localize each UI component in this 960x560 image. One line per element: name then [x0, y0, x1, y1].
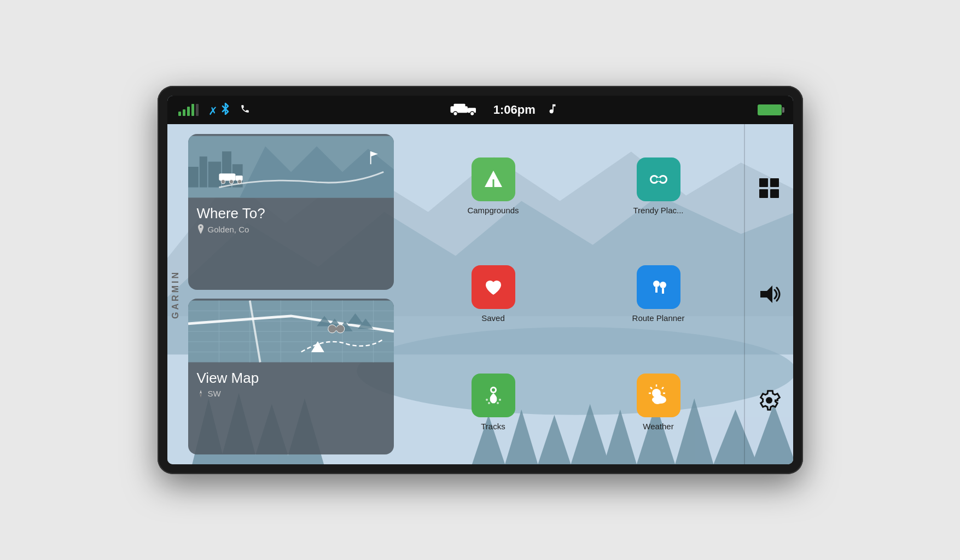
garmin-label: GARMIN: [167, 124, 184, 464]
svg-point-64: [651, 177, 657, 182]
status-right: [758, 104, 782, 115]
svg-line-82: [650, 387, 652, 389]
status-bar: ✗: [167, 96, 793, 124]
battery-icon: [758, 104, 782, 115]
apps-grid: Campgrounds: [403, 124, 744, 464]
svg-rect-66: [657, 178, 660, 181]
svg-rect-29: [219, 173, 235, 180]
svg-point-75: [497, 402, 499, 404]
garmin-device: ✗: [158, 86, 803, 474]
signal-bar-1: [178, 112, 181, 116]
compass-arrow-icon: [197, 390, 205, 398]
svg-rect-88: [770, 178, 779, 187]
tracks-app[interactable]: Tracks: [414, 351, 573, 453]
right-controls: [744, 124, 793, 464]
svg-rect-68: [655, 287, 658, 293]
trendy-places-label: Trendy Plac...: [633, 206, 684, 215]
route-planner-icon: [637, 265, 680, 309]
where-to-subtitle: Golden, Co: [197, 224, 385, 234]
weather-label: Weather: [643, 422, 673, 431]
volume-button[interactable]: [753, 278, 786, 311]
trendy-places-icon: [637, 158, 680, 201]
where-to-card[interactable]: Where To? Golden, Co: [188, 134, 394, 290]
svg-rect-87: [759, 178, 768, 187]
svg-line-79: [662, 387, 664, 389]
svg-point-72: [492, 388, 495, 392]
settings-button[interactable]: [753, 384, 786, 417]
saved-icon: [472, 265, 515, 309]
status-center: 1:06pm: [450, 101, 558, 120]
music-icon: [546, 103, 558, 117]
trendy-places-app[interactable]: Trendy Plac...: [579, 135, 738, 237]
bluetooth-icon: ✗: [208, 103, 231, 118]
svg-rect-55: [334, 327, 338, 330]
device-screen: ✗: [167, 96, 793, 464]
view-map-image: [188, 299, 394, 364]
svg-point-32: [229, 180, 234, 184]
svg-point-69: [660, 282, 666, 288]
svg-point-3: [470, 112, 474, 116]
svg-point-65: [660, 177, 666, 182]
campgrounds-app[interactable]: Campgrounds: [414, 135, 573, 237]
location-pin-icon: [197, 224, 205, 234]
svg-point-73: [486, 399, 488, 401]
signal-bar-5: [196, 104, 199, 116]
gear-icon: [757, 388, 781, 412]
svg-point-31: [221, 180, 225, 184]
weather-app[interactable]: Weather: [579, 351, 738, 453]
svg-rect-4: [453, 103, 465, 108]
view-map-title: View Map: [197, 370, 385, 387]
where-to-title: Where To?: [197, 205, 385, 222]
where-to-info: Where To? Golden, Co: [188, 200, 394, 242]
view-map-card[interactable]: View Map SW: [188, 299, 394, 454]
signal-bar-2: [183, 109, 185, 116]
svg-rect-90: [770, 189, 779, 198]
svg-rect-70: [662, 288, 664, 294]
brand-name: GARMIN: [171, 270, 181, 319]
svg-point-33: [237, 180, 242, 184]
signal-bars: [178, 104, 199, 116]
svg-point-92: [766, 398, 772, 403]
svg-rect-24: [199, 156, 207, 187]
weather-icon: [637, 374, 680, 417]
grid-icon: [757, 176, 781, 200]
campgrounds-label: Campgrounds: [467, 206, 519, 215]
status-left: ✗: [178, 103, 251, 118]
tracks-icon: [472, 374, 515, 417]
svg-rect-23: [188, 167, 199, 188]
svg-point-2: [453, 112, 458, 116]
phone-icon: [240, 103, 250, 117]
saved-label: Saved: [481, 313, 505, 323]
svg-marker-57: [200, 390, 202, 394]
campgrounds-icon: [472, 158, 515, 201]
signal-bar-3: [187, 107, 190, 116]
svg-point-76: [499, 399, 501, 401]
signal-bar-4: [191, 104, 194, 116]
svg-marker-58: [200, 394, 202, 398]
volume-icon: [757, 282, 781, 306]
saved-app[interactable]: Saved: [414, 243, 573, 345]
left-cards-area: Where To? Golden, Co: [167, 124, 403, 464]
main-content: Where To? Golden, Co: [167, 124, 793, 464]
svg-rect-89: [759, 189, 768, 198]
svg-marker-91: [760, 285, 772, 303]
view-map-info: View Map SW: [188, 364, 394, 406]
time-display: 1:06pm: [493, 103, 536, 117]
vehicle-icon: [450, 101, 482, 120]
where-to-image: [188, 134, 394, 200]
grid-view-button[interactable]: [753, 172, 786, 205]
tracks-label: Tracks: [481, 422, 505, 431]
view-map-subtitle: SW: [197, 389, 385, 398]
route-planner-label: Route Planner: [632, 313, 685, 323]
route-planner-app[interactable]: Route Planner: [579, 243, 738, 345]
svg-point-74: [488, 402, 490, 404]
svg-point-67: [653, 281, 660, 287]
svg-point-86: [655, 394, 662, 401]
